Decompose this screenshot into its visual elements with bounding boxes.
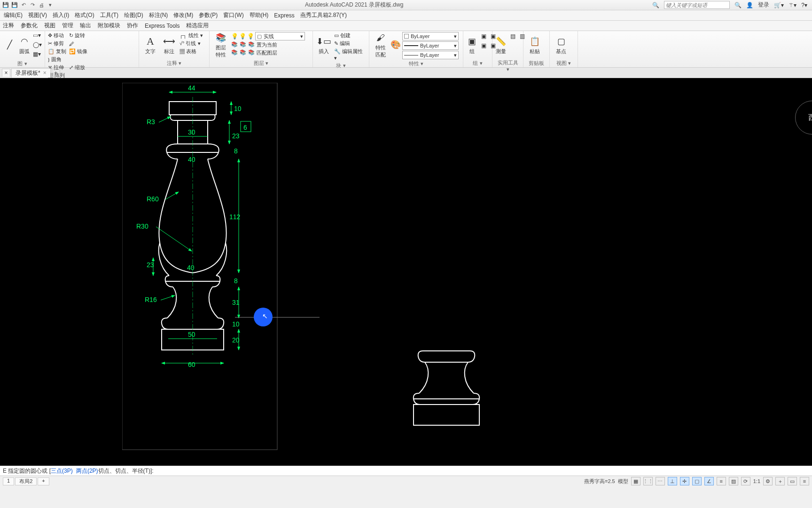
new-tab-button[interactable]: +	[52, 69, 60, 77]
rotate-button[interactable]: ↻ 旋转	[69, 32, 87, 39]
menu-param[interactable]: 参数(P)	[199, 11, 218, 19]
max-icon[interactable]: ▭	[788, 477, 797, 485]
more-toggle[interactable]: ⋯	[656, 477, 665, 485]
cmd-3p[interactable]: 三点(3P)	[51, 467, 73, 475]
menu-format[interactable]: 格式(O)	[75, 11, 94, 19]
save-icon[interactable]: 💾	[2, 1, 9, 9]
search-input[interactable]	[664, 1, 730, 9]
move-button[interactable]: ✥ 移动	[48, 32, 66, 39]
block-edit-button[interactable]: ✎ 编辑	[334, 40, 366, 47]
ortho-toggle[interactable]: ⊥	[668, 477, 677, 485]
leader-button[interactable]: √° 引线 ▾	[180, 40, 203, 47]
tab-express-tools[interactable]: Express Tools	[145, 23, 180, 29]
rect-icon[interactable]: ▭▾	[33, 32, 42, 40]
transparency-toggle[interactable]: ▨	[729, 477, 738, 485]
grid-toggle[interactable]: ▦	[631, 477, 640, 485]
measure-button[interactable]: 📏测量	[495, 32, 507, 58]
qat-dropdown-icon[interactable]: ▾	[47, 1, 54, 9]
menu-yanxiu[interactable]: 燕秀工具箱2.87(Y)	[300, 11, 347, 19]
freeze-icon[interactable]: 💡	[247, 33, 254, 40]
linear-button[interactable]: ┌┐ 线性 ▾	[180, 32, 203, 39]
dim-button[interactable]: ⟷标注	[161, 32, 178, 58]
table-button[interactable]: ▦ 表格	[180, 48, 203, 55]
menu-edit[interactable]: 编辑(E)	[4, 11, 23, 19]
saveas-icon[interactable]: 💾	[11, 1, 18, 9]
otrack-toggle[interactable]: ∠	[704, 477, 714, 485]
model-button[interactable]: 模型	[618, 478, 628, 485]
insert-button[interactable]: ⬇▭插入	[316, 32, 332, 58]
lyr-icon-b[interactable]: 📚	[240, 49, 246, 56]
search-go-icon[interactable]: 🔍	[734, 2, 742, 8]
trim-button[interactable]: ✂ 修剪	[48, 40, 66, 47]
scale-button[interactable]: ⤢ 缩放	[69, 64, 87, 71]
copy-button[interactable]: 📋 复制	[48, 48, 66, 55]
text-button[interactable]: A文字	[142, 32, 159, 58]
arc-button[interactable]: ◠圆弧	[18, 32, 31, 58]
group-button[interactable]: ▣组	[466, 32, 477, 58]
start-tab-close[interactable]: ×	[2, 69, 10, 77]
scale-button[interactable]: 1:1	[753, 478, 760, 484]
cart-icon[interactable]: 🛒▾	[774, 2, 784, 8]
matchprop-button[interactable]: 🖌特性 匹配	[372, 32, 389, 58]
drawing-canvas[interactable]: 44 10 R3 6 30 23 8 40 R60 R30 112 23	[0, 78, 812, 466]
util-icon-a[interactable]: ▤	[508, 32, 517, 40]
tab-parametric[interactable]: 参数化	[21, 22, 38, 30]
osnap-toggle[interactable]: ▢	[692, 477, 702, 485]
menu-view[interactable]: 视图(V)	[28, 11, 47, 19]
login-button[interactable]: 登录	[758, 1, 769, 9]
color-wheel-icon[interactable]: 🎨	[391, 32, 400, 58]
color-combo[interactable]: ByLayer▾	[402, 32, 459, 40]
tab-featured[interactable]: 精选应用	[186, 22, 209, 30]
menu-modify[interactable]: 修改(M)	[173, 11, 193, 19]
tab-collab[interactable]: 协作	[127, 22, 138, 30]
set-current-button[interactable]: 置为当前	[257, 41, 277, 48]
close-icon[interactable]: ×	[43, 70, 47, 76]
tab-manage[interactable]: 管理	[62, 22, 73, 30]
user-icon[interactable]: 👤	[746, 2, 753, 8]
tab-annotate[interactable]: 注释	[3, 22, 14, 30]
hatch-icon[interactable]: ▦▾	[33, 51, 42, 59]
menu-draw[interactable]: 绘图(D)	[124, 11, 143, 19]
snap-toggle[interactable]: ⋮⋮	[643, 477, 653, 485]
block-editattr-button[interactable]: 🔧 编辑属性 ▾	[334, 48, 366, 61]
fillet-button[interactable]: ⦆ 圆角	[48, 56, 66, 63]
help-icon[interactable]: ?▾	[801, 2, 807, 8]
gear-icon[interactable]: ⚙	[763, 477, 773, 485]
menu-help[interactable]: 帮助(H)	[250, 11, 269, 19]
layout-tab-1[interactable]: 1	[3, 477, 14, 485]
document-tab[interactable]: 录屏模板* ×	[11, 68, 51, 78]
pencil-icon[interactable]: 🖉	[69, 40, 87, 47]
menu-window[interactable]: 窗口(W)	[223, 11, 243, 19]
lyr-icon-c[interactable]: 📚	[248, 49, 255, 56]
match-layer1-icon[interactable]: 📚	[231, 41, 238, 48]
paste-button[interactable]: 📋粘贴	[526, 32, 543, 58]
match-layer3-icon[interactable]: 📚	[248, 41, 255, 48]
linetype-combo[interactable]: ByLayer▾	[402, 51, 459, 59]
cyc-toggle[interactable]: ⟳	[741, 477, 750, 485]
group-icon-a[interactable]: ▣	[479, 32, 488, 40]
menu-dimension[interactable]: 标注(N)	[149, 11, 168, 19]
undo-icon[interactable]: ↶	[20, 1, 27, 9]
customize-icon[interactable]: ≡	[800, 477, 809, 485]
layout-tab-2[interactable]: 布局2	[15, 477, 37, 485]
layer-props-button[interactable]: 📚图层 特性	[212, 32, 229, 58]
redo-icon[interactable]: ↷	[29, 1, 36, 9]
group-icon-c[interactable]: ▣	[479, 41, 488, 50]
match-layer2-icon[interactable]: 📚	[240, 41, 246, 48]
tab-addins[interactable]: 附加模块	[98, 22, 120, 30]
menu-insert[interactable]: 插入(I)	[53, 11, 69, 19]
view-cube[interactable]: 西	[795, 101, 812, 135]
match-layer-button[interactable]: 匹配图层	[257, 49, 277, 56]
command-line[interactable]: E 指定圆的圆心或 [ 三点(3P) 两点(2P) 切点、切点、半径(T)]:	[0, 466, 812, 476]
share-icon[interactable]: ⚚▾	[789, 2, 796, 8]
tab-view[interactable]: 视图	[44, 22, 55, 30]
sun-icon[interactable]: 💡	[239, 33, 246, 40]
menu-tools[interactable]: 工具(T)	[100, 11, 118, 19]
cmd-2p[interactable]: 两点(2P)	[76, 467, 98, 475]
layout-tab-plus[interactable]: +	[38, 477, 49, 485]
line-button[interactable]: ╱	[3, 32, 16, 58]
block-create-button[interactable]: ▭ 创建	[334, 32, 366, 39]
menu-express[interactable]: Express	[274, 12, 294, 19]
print-icon[interactable]: 🖨	[38, 1, 45, 9]
bulb-icon[interactable]: 💡	[231, 33, 238, 40]
